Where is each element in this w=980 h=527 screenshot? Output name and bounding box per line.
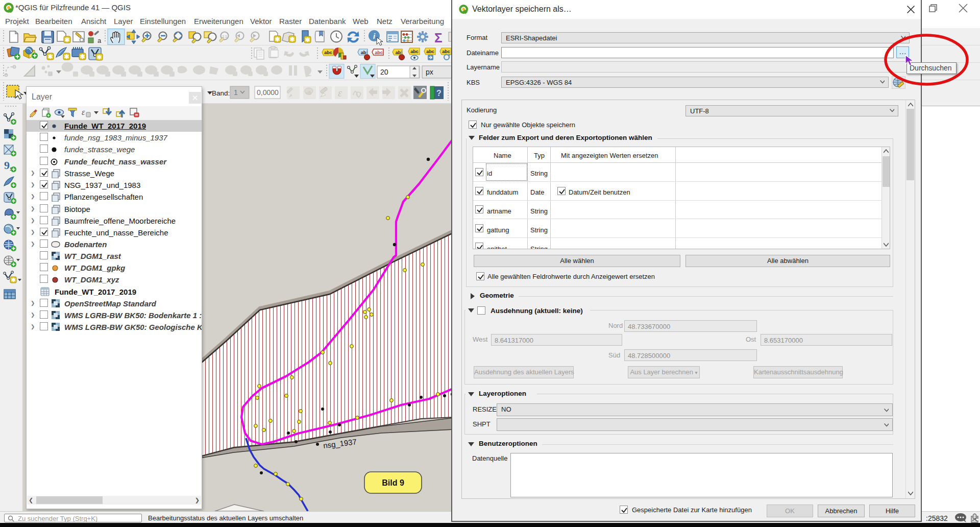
svg-text:1:1: 1:1 (222, 35, 227, 38)
svg-text:ab: ab (396, 50, 401, 55)
svg-text:✱: ✱ (11, 277, 15, 283)
svg-text:abc: abc (375, 50, 383, 55)
svg-text:0,0000: 0,0000 (257, 88, 279, 97)
svg-text:Bild 9: Bild 9 (382, 478, 404, 487)
svg-text:ε: ε (82, 108, 85, 116)
svg-text:a: a (97, 37, 102, 44)
svg-text:1: 1 (234, 88, 238, 97)
svg-text:?: ? (436, 89, 442, 98)
svg-text:ab: ab (361, 50, 366, 55)
svg-text:20: 20 (380, 68, 388, 76)
svg-text:px: px (426, 68, 433, 76)
svg-text:Σ: Σ (434, 30, 443, 45)
svg-text:Band:: Band: (212, 89, 230, 97)
svg-text:ε: ε (338, 87, 342, 99)
